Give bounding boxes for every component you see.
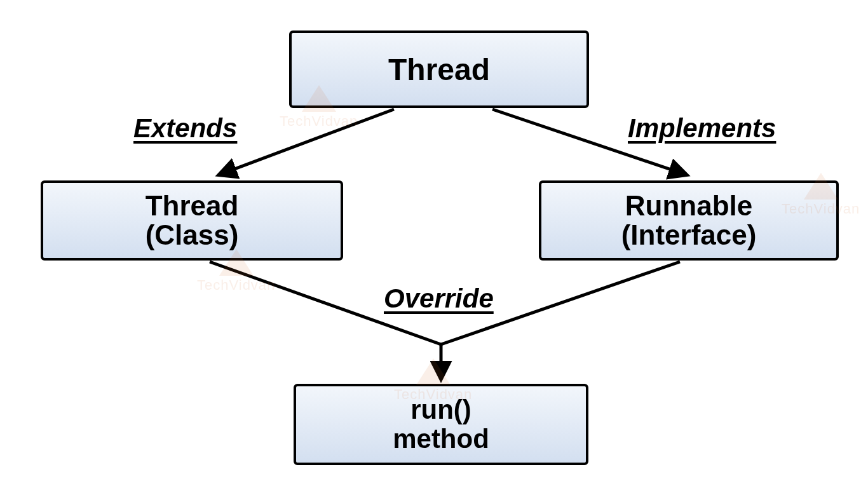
node-thread-class: Thread (Class) [41, 180, 343, 261]
node-runnable: Runnable (Interface) [539, 180, 839, 261]
node-run-line1: run() [410, 395, 471, 424]
edge-label-extends: Extends [133, 113, 237, 144]
watermark-text: TechVidvan [280, 113, 358, 130]
edge-label-implements: Implements [628, 113, 776, 144]
node-thread-label: Thread [388, 52, 490, 87]
node-thread-class-line1: Thread [146, 191, 239, 220]
node-thread: Thread [289, 30, 589, 108]
watermark-text: TechVidvan [197, 277, 275, 294]
arrow-extends [219, 109, 394, 175]
svg-marker-2 [416, 358, 451, 385]
edge-label-override: Override [384, 283, 494, 314]
node-runnable-line2: (Interface) [621, 220, 757, 250]
node-thread-class-line2: (Class) [146, 220, 239, 250]
node-runnable-line1: Runnable [625, 191, 752, 220]
node-run-line2: method [393, 424, 489, 454]
node-run-method: run() method [294, 384, 588, 465]
